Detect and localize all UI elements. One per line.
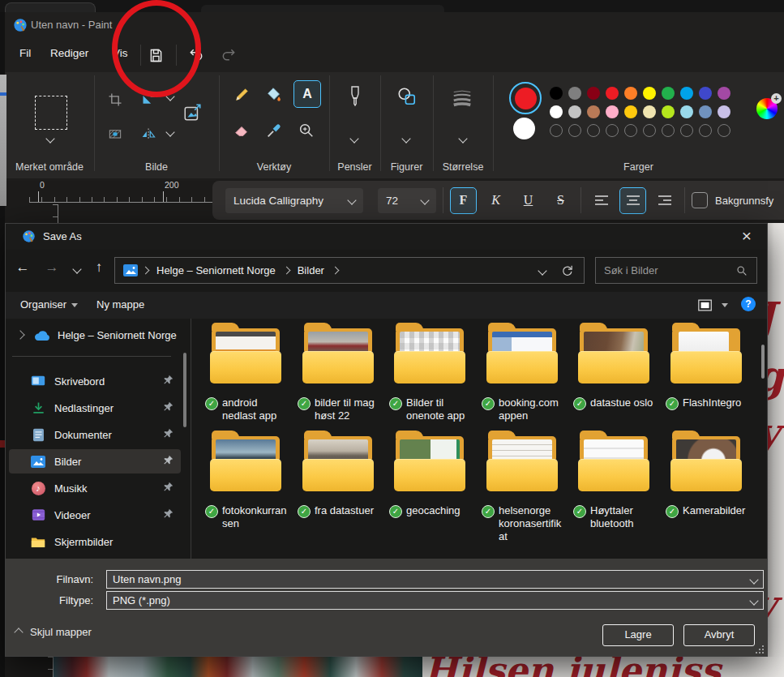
palette-swatch[interactable] — [550, 87, 563, 100]
chevron-down-icon[interactable] — [165, 127, 174, 136]
sidebar-item-videoer[interactable]: Videoer — [9, 503, 181, 527]
palette-swatch[interactable] — [568, 87, 581, 100]
palette-swatch[interactable] — [680, 105, 693, 118]
palette-swatch[interactable] — [699, 105, 712, 118]
palette-swatch-empty[interactable] — [624, 124, 637, 137]
folder-tile[interactable]: Kamerabilder — [662, 435, 753, 518]
italic-button[interactable]: K — [482, 187, 509, 214]
skew-button[interactable] — [104, 122, 126, 145]
file-grid-scrollbar[interactable] — [761, 345, 765, 379]
sidebar-item-nedlastinger[interactable]: Nedlastinger — [9, 396, 181, 420]
redo-button[interactable] — [217, 44, 240, 66]
filename-input[interactable]: Uten navn.png — [106, 570, 764, 589]
background-fill-checkbox[interactable] — [692, 192, 708, 208]
palette-swatch[interactable] — [662, 105, 675, 118]
palette-swatch[interactable] — [699, 87, 712, 100]
palette-swatch[interactable] — [568, 105, 581, 118]
recent-locations-chevron[interactable] — [72, 264, 81, 273]
eyedropper-tool[interactable] — [263, 119, 285, 142]
chevron-down-icon[interactable] — [45, 134, 54, 143]
expand-chevron-icon[interactable] — [15, 330, 24, 339]
flip-button[interactable] — [137, 122, 160, 145]
palette-swatch[interactable] — [550, 105, 563, 118]
palette-swatch[interactable] — [587, 105, 600, 118]
palette-swatch[interactable] — [662, 87, 675, 100]
align-left-button[interactable] — [588, 187, 615, 214]
align-right-button[interactable] — [651, 187, 678, 214]
chevron-down-icon[interactable] — [349, 134, 358, 143]
font-family-dropdown[interactable]: Lucida Calligraphy — [225, 188, 363, 213]
close-button[interactable]: × — [735, 225, 759, 248]
sidebar-item-onedrive[interactable]: Helge – Seniornett Norge — [11, 324, 184, 346]
folder-tile[interactable]: Bilder til onenote app — [386, 327, 477, 422]
palette-swatch-empty[interactable] — [568, 124, 581, 137]
font-size-dropdown[interactable]: 72 — [378, 188, 436, 213]
palette-swatch[interactable] — [606, 105, 619, 118]
crop-button[interactable] — [104, 88, 126, 111]
search-box[interactable]: Søk i Bilder — [595, 257, 757, 284]
view-mode-chevron[interactable] — [722, 303, 728, 307]
folder-tile[interactable]: helsenorge koronasertifikat — [478, 435, 569, 543]
text-tool[interactable]: A — [293, 80, 321, 108]
palette-swatch[interactable] — [624, 105, 637, 118]
color1-selected[interactable] — [509, 82, 542, 114]
back-button[interactable]: ← — [12, 259, 33, 276]
palette-swatch-empty[interactable] — [718, 124, 730, 137]
palette-swatch-empty[interactable] — [606, 124, 619, 137]
folder-tile[interactable]: booking.com appen — [478, 327, 569, 422]
fill-tool[interactable] — [263, 84, 285, 106]
resize-image-button[interactable] — [182, 101, 204, 124]
filetype-select[interactable]: PNG (*.png) — [106, 591, 764, 610]
size-button[interactable] — [451, 87, 473, 109]
sidebar-item-bilder[interactable]: Bilder — [9, 449, 181, 473]
folder-tile[interactable]: bilder til mag høst 22 — [294, 327, 385, 422]
shapes-button[interactable] — [396, 85, 418, 108]
palette-swatch-empty[interactable] — [662, 124, 675, 137]
folder-tile[interactable]: datastue oslo — [570, 327, 661, 410]
palette-swatch[interactable] — [718, 105, 730, 118]
organise-menu[interactable]: Organiser — [20, 298, 78, 311]
color2-swatch[interactable] — [513, 118, 535, 139]
cancel-button[interactable]: Avbryt — [683, 624, 755, 646]
menu-fil[interactable]: Fil — [19, 47, 31, 59]
palette-swatch-empty[interactable] — [587, 124, 600, 137]
chevron-down-icon[interactable] — [458, 134, 467, 143]
eraser-tool[interactable] — [230, 119, 253, 142]
save-confirm-button[interactable]: Lagre — [602, 624, 674, 646]
sidebar-item-musikk[interactable]: ♪ Musikk — [9, 476, 181, 500]
folder-tile[interactable]: Høyttaler bluetooth — [570, 435, 661, 530]
sidebar-item-skjermbilder[interactable]: Skjermbilder — [9, 529, 181, 554]
chevron-down-icon[interactable] — [401, 134, 410, 143]
palette-swatch[interactable] — [643, 105, 656, 118]
resize-grip[interactable] — [756, 645, 764, 653]
palette-swatch-empty[interactable] — [550, 124, 563, 137]
view-mode-button[interactable] — [697, 298, 713, 313]
palette-swatch[interactable] — [587, 87, 600, 100]
help-button[interactable]: ? — [741, 297, 756, 311]
folder-tile[interactable]: fra datastuer — [294, 435, 385, 518]
palette-swatch-empty[interactable] — [699, 124, 712, 137]
selection-tool[interactable] — [35, 96, 67, 130]
align-center-button[interactable] — [619, 187, 646, 214]
folder-tile[interactable]: geocaching — [386, 435, 477, 518]
menu-rediger[interactable]: Rediger — [50, 47, 88, 59]
bold-button[interactable]: F — [450, 187, 477, 214]
folder-tile[interactable]: android nedlast app — [202, 327, 293, 422]
sidebar-item-skrivebord[interactable]: Skrivebord — [9, 369, 181, 393]
refresh-icon[interactable] — [560, 264, 574, 277]
breadcrumb-current[interactable]: Bilder — [298, 264, 324, 276]
palette-swatch[interactable] — [680, 87, 693, 100]
palette-swatch-empty[interactable] — [643, 124, 656, 137]
sidebar-scrollbar[interactable] — [183, 353, 186, 427]
new-folder-button[interactable]: Ny mappe — [96, 298, 144, 311]
palette-swatch[interactable] — [718, 87, 730, 100]
palette-swatch[interactable] — [606, 87, 619, 100]
folder-tile[interactable]: fotokonkurransen — [202, 435, 293, 530]
magnifier-tool[interactable] — [295, 119, 318, 142]
strikethrough-button[interactable]: S — [547, 187, 574, 214]
forward-button[interactable]: → — [41, 259, 62, 276]
folder-tile[interactable]: FlashIntegro — [662, 327, 753, 410]
color-wheel-button[interactable]: + — [756, 98, 778, 119]
palette-swatch-empty[interactable] — [680, 124, 693, 137]
up-button[interactable]: ↑ — [88, 259, 109, 276]
